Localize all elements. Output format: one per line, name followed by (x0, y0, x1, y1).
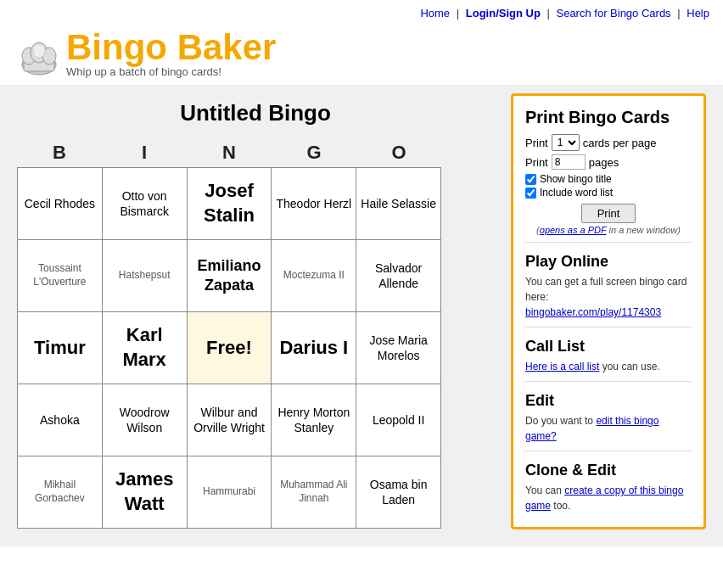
bingo-cell[interactable]: Toussaint L'Ouverture (18, 240, 103, 312)
bingo-cell[interactable]: Karl Marx (102, 312, 187, 384)
bingo-cell[interactable]: Woodrow Wilson (102, 384, 187, 456)
call-text: Here is a call list you can use. (525, 359, 692, 374)
bingo-header-n: N (187, 138, 272, 167)
table-row: Mikhail GorbachevJames WattHammurabiMuha… (18, 456, 441, 529)
bingo-header-i: I (102, 138, 187, 167)
nav-home[interactable]: Home (420, 7, 450, 20)
play-link[interactable]: bingobaker.com/play/1174303 (525, 306, 661, 318)
nav-login[interactable]: Login/Sign Up (466, 7, 541, 20)
table-row: TimurKarl MarxFree!Darius IJose Maria Mo… (18, 312, 441, 384)
divider3 (525, 381, 692, 382)
bingo-table: Cecil RhodesOtto von BismarckJosef Stali… (17, 167, 441, 529)
divider2 (525, 327, 692, 328)
show-title-row: Show bingo title (525, 173, 692, 185)
bingo-cell[interactable]: Otto von Bismarck (102, 168, 187, 240)
include-word-label: Include word list (540, 187, 613, 199)
play-text: You can get a full screen bingo card her… (525, 274, 692, 320)
bingo-cell[interactable]: Wilbur and Orville Wright (187, 384, 272, 456)
clone-title: Clone & Edit (525, 462, 692, 479)
bingo-cell[interactable]: Salvador Allende (356, 240, 441, 312)
edit-text: Do you want to edit this bingo game? (525, 413, 692, 444)
show-title-label: Show bingo title (540, 173, 612, 185)
bingo-cell[interactable]: Leopold II (356, 384, 441, 456)
print-title: Print Bingo Cards (525, 108, 692, 127)
chef-hat-icon (17, 37, 61, 78)
sep3: | (677, 7, 680, 20)
table-row: Cecil RhodesOtto von BismarckJosef Stali… (18, 168, 441, 240)
include-word-checkbox[interactable] (525, 188, 536, 199)
print-pages-row: Print pages (525, 154, 692, 170)
bingo-cell[interactable]: Ashoka (18, 384, 103, 456)
bingo-cell[interactable]: Osama bin Laden (356, 456, 441, 529)
nav-search[interactable]: Search for Bingo Cards (556, 7, 670, 20)
logo-group: Bingo Baker Whip up a batch of bingo car… (66, 30, 276, 81)
include-word-row: Include word list (525, 187, 692, 199)
print-btn-row: Print (525, 204, 692, 223)
play-title: Play Online (525, 253, 692, 271)
bingo-header-g: G (272, 138, 356, 167)
bingo-header-b: B (17, 138, 102, 167)
logo-tagline: Whip up a batch of bingo cards! (66, 65, 276, 81)
bingo-title: Untitled Bingo (17, 93, 494, 130)
sep2: | (546, 7, 549, 20)
print-pages-label: Print (525, 156, 548, 169)
svg-point-5 (33, 44, 45, 58)
bingo-cell[interactable]: Jose Maria Morelos (356, 312, 441, 384)
bingo-cell[interactable]: Josef Stalin (187, 168, 272, 240)
sidebar: Print Bingo Cards Print 124 cards per pa… (511, 93, 706, 529)
print-cards-row: Print 124 cards per page (525, 134, 692, 151)
opens-pdf-text: (opens as a PDF in a new window) (525, 225, 692, 235)
bingo-cell[interactable]: Mikhail Gorbachev (18, 456, 103, 529)
bingo-cell[interactable]: Timur (18, 312, 103, 384)
divider4 (525, 451, 692, 451)
bingo-cell[interactable]: Free! (187, 312, 272, 384)
bingo-cell[interactable]: Moctezuma II (272, 240, 356, 312)
edit-title: Edit (525, 392, 692, 410)
print-cards-suffix: cards per page (583, 137, 657, 149)
show-title-checkbox[interactable] (525, 174, 536, 185)
bingo-header-o: O (356, 138, 441, 167)
call-title: Call List (525, 338, 692, 356)
bingo-cell[interactable]: Hammurabi (187, 456, 272, 529)
bingo-cell[interactable]: Haile Selassie (356, 168, 441, 240)
call-list-link[interactable]: Here is a call list (525, 361, 599, 372)
bingo-cell[interactable]: James Watt (102, 456, 187, 529)
sidebar-box: Print Bingo Cards Print 124 cards per pa… (511, 93, 706, 529)
clone-text: You can create a copy of this bingo game… (525, 483, 692, 513)
nav-help[interactable]: Help (687, 7, 709, 20)
top-nav: Home | Login/Sign Up | Search for Bingo … (0, 0, 723, 23)
bingo-cell[interactable]: Henry Morton Stanley (272, 384, 356, 456)
bingo-cell[interactable]: Theodor Herzl (272, 168, 356, 240)
bingo-area: Untitled Bingo B I N G O Cecil RhodesOtt… (17, 93, 494, 529)
bingo-cell[interactable]: Darius I (272, 312, 356, 384)
main-layout: Untitled Bingo B I N G O Cecil RhodesOtt… (0, 85, 723, 546)
print-pages-suffix: pages (589, 156, 619, 169)
opens-pdf-link[interactable]: opens as a PDF (540, 225, 607, 235)
bingo-header: B I N G O (17, 138, 494, 167)
bingo-cell[interactable]: Muhammad Ali Jinnah (272, 456, 356, 529)
print-cards-select[interactable]: 124 (552, 134, 580, 151)
table-row: Toussaint L'OuvertureHatshepsutEmiliano … (18, 240, 441, 312)
sep1: | (457, 7, 459, 20)
print-cards-label: Print (525, 137, 548, 149)
logo-text: Bingo Baker (66, 30, 276, 65)
bingo-cell[interactable]: Emiliano Zapata (187, 240, 272, 312)
print-button[interactable]: Print (581, 204, 636, 223)
divider1 (525, 242, 692, 243)
header: Bingo Baker Whip up a batch of bingo car… (0, 23, 723, 85)
table-row: AshokaWoodrow WilsonWilbur and Orville W… (18, 384, 441, 456)
bingo-cell[interactable]: Hatshepsut (102, 240, 187, 312)
bingo-cell[interactable]: Cecil Rhodes (18, 168, 103, 240)
print-pages-input[interactable] (552, 154, 586, 170)
